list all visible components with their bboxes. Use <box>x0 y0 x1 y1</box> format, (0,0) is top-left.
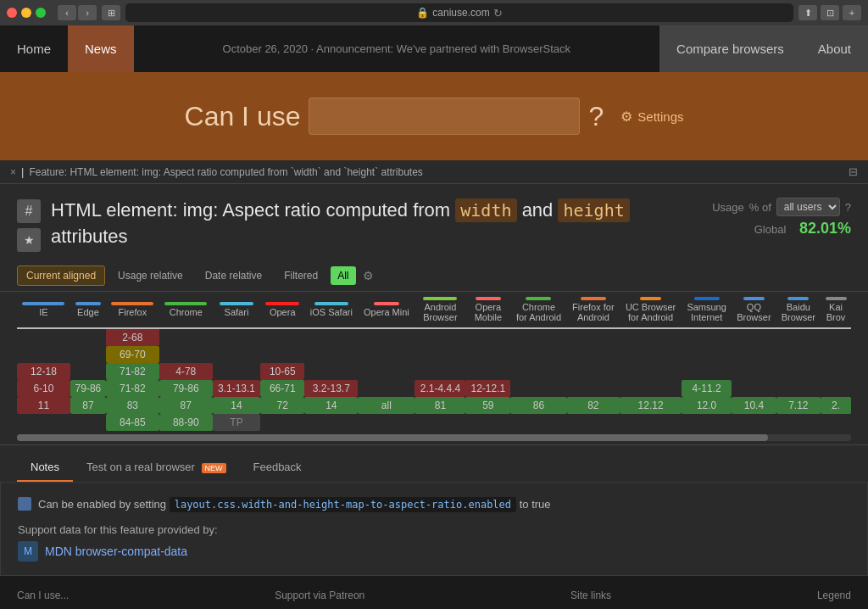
cell-qq-r3[interactable] <box>732 363 776 380</box>
cell-kai-r1[interactable] <box>821 328 851 346</box>
cell-safari-r3[interactable] <box>213 363 260 380</box>
address-bar[interactable]: 🔒 caniuse.com ↻ <box>125 3 793 22</box>
cell-android-r4[interactable]: 2.1-4.4.4 <box>415 380 465 397</box>
cell-samsung-r2[interactable] <box>682 346 732 363</box>
forward-button[interactable]: › <box>78 5 97 20</box>
tab-filtered[interactable]: Filtered <box>275 265 327 286</box>
cell-ff-r6[interactable]: 84-85 <box>106 414 159 431</box>
compare-browsers-button[interactable]: Compare browsers <box>659 25 801 72</box>
cell-safari-r6[interactable]: TP <box>213 414 260 431</box>
cell-ie-r2[interactable] <box>17 346 70 363</box>
cell-chrome-r4[interactable]: 79-86 <box>159 380 213 397</box>
cell-safari-r2[interactable] <box>213 346 260 363</box>
breadcrumb-close[interactable]: × <box>10 166 16 178</box>
cell-ie-r3[interactable]: 12-18 <box>17 363 70 380</box>
share-button[interactable]: ⬆ <box>798 5 817 20</box>
cell-chrome-r2[interactable] <box>159 346 213 363</box>
cell-ff-r5[interactable]: 83 <box>106 397 159 414</box>
star-icon[interactable]: ★ <box>17 228 41 252</box>
cell-baidu-r3[interactable] <box>776 363 821 380</box>
cell-uc-r5[interactable]: 12.12 <box>620 397 682 414</box>
cell-opera-mob-r6[interactable] <box>465 414 510 431</box>
nav-news[interactable]: News <box>68 25 134 72</box>
filter-icon[interactable]: ⊟ <box>849 165 858 178</box>
cell-qq-r2[interactable] <box>732 346 776 363</box>
cell-qq-r5[interactable]: 10.4 <box>732 397 776 414</box>
cell-chrome-and-r1[interactable] <box>510 328 566 346</box>
back-button[interactable]: ‹ <box>58 5 76 20</box>
cell-samsung-r4[interactable]: 4-11.2 <box>682 380 732 397</box>
minimize-button[interactable] <box>21 8 31 18</box>
cell-opera-r5[interactable]: 72 <box>260 397 304 414</box>
tab-usage-relative[interactable]: Usage relative <box>108 265 192 286</box>
cell-samsung-r1[interactable] <box>682 328 732 346</box>
cell-ie-r5[interactable]: 11 <box>17 397 70 414</box>
cell-uc-r2[interactable] <box>620 346 682 363</box>
cell-safari-r4[interactable]: 3.1-13.1 <box>213 380 260 397</box>
help-icon[interactable]: ? <box>845 201 851 214</box>
cell-safari-r5[interactable]: 14 <box>213 397 260 414</box>
cell-uc-r3[interactable] <box>620 363 682 380</box>
cell-ios-r6[interactable] <box>304 414 358 431</box>
cell-chrome-r1[interactable] <box>159 328 213 346</box>
cell-opera-r1[interactable] <box>260 328 304 346</box>
cell-kai-r4[interactable] <box>821 380 851 397</box>
refresh-button[interactable]: ↻ <box>493 7 503 20</box>
cell-android-r3[interactable] <box>415 363 465 380</box>
cell-baidu-r1[interactable] <box>776 328 821 346</box>
cell-chrome-and-r2[interactable] <box>510 346 566 363</box>
cell-baidu-r6[interactable] <box>776 414 821 431</box>
cell-ff-and-r3[interactable] <box>567 363 620 380</box>
cell-opera-r6[interactable] <box>260 414 304 431</box>
cell-android-r5[interactable]: 81 <box>415 397 465 414</box>
cell-samsung-r3[interactable] <box>682 363 732 380</box>
cell-kai-r5[interactable]: 2. <box>821 397 851 414</box>
cell-android-r1[interactable] <box>415 328 465 346</box>
cell-edge-r5[interactable]: 87 <box>70 397 106 414</box>
cell-uc-r4[interactable] <box>620 380 682 397</box>
cell-kai-r2[interactable] <box>821 346 851 363</box>
cell-ff-r4[interactable]: 71-82 <box>106 380 159 397</box>
cell-safari-r1[interactable] <box>213 328 260 346</box>
settings-button[interactable]: ⚙ Settings <box>620 109 683 125</box>
cell-ff-and-r2[interactable] <box>567 346 620 363</box>
cell-ie-r1[interactable] <box>17 328 70 346</box>
nav-home[interactable]: Home <box>0 25 68 72</box>
cell-ie-r4[interactable]: 6-10 <box>17 380 70 397</box>
cell-opera-r2[interactable] <box>260 346 304 363</box>
cell-android-r6[interactable] <box>415 414 465 431</box>
cell-ff-r1[interactable]: 2-68 <box>106 328 159 346</box>
cell-edge-r3[interactable] <box>70 363 106 380</box>
hash-icon[interactable]: # <box>17 199 41 223</box>
cell-chrome-r3[interactable]: 4-78 <box>159 363 213 380</box>
cell-ff-and-r1[interactable] <box>567 328 620 346</box>
cell-ios-r1[interactable] <box>304 328 358 346</box>
about-button[interactable]: About <box>801 25 868 72</box>
cell-ff-r2[interactable]: 69-70 <box>106 346 159 363</box>
cell-samsung-r5[interactable]: 12.0 <box>682 397 732 414</box>
cell-baidu-r4[interactable] <box>776 380 821 397</box>
cell-opera-mini-r6[interactable] <box>358 414 415 431</box>
cell-qq-r4[interactable] <box>732 380 776 397</box>
cell-opera-mini-r3[interactable] <box>358 363 415 380</box>
cell-opera-mob-r1[interactable] <box>465 328 510 346</box>
cell-qq-r1[interactable] <box>732 328 776 346</box>
cell-ff-r3[interactable]: 71-82 <box>106 363 159 380</box>
cell-ios-r4[interactable]: 3.2-13.7 <box>304 380 358 397</box>
cell-opera-mini-r5[interactable]: all <box>358 397 415 414</box>
cell-ie-r6[interactable] <box>17 414 70 431</box>
filter-all-button[interactable]: All <box>331 266 355 285</box>
tab-notes[interactable]: Notes <box>17 454 73 482</box>
cell-opera-mini-r2[interactable] <box>358 346 415 363</box>
search-input[interactable] <box>309 98 580 135</box>
cell-edge-r2[interactable] <box>70 346 106 363</box>
cell-chrome-and-r3[interactable] <box>510 363 566 380</box>
scrollbar-thumb[interactable] <box>17 434 768 441</box>
cell-edge-r4[interactable]: 79-86 <box>70 380 106 397</box>
cell-opera-mob-r5[interactable]: 59 <box>465 397 510 414</box>
mdn-link[interactable]: M MDN browser-compat-data <box>18 541 850 562</box>
sidebar-toggle[interactable]: ⊞ <box>102 5 120 20</box>
cell-chrome-and-r4[interactable] <box>510 380 566 397</box>
cell-ff-and-r6[interactable] <box>567 414 620 431</box>
cell-chrome-and-r5[interactable]: 86 <box>510 397 566 414</box>
